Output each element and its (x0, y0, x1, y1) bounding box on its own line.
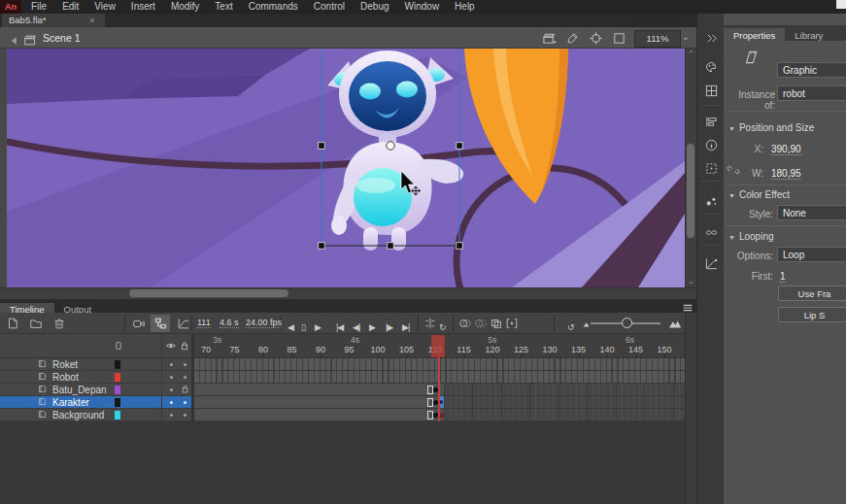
stage-vscroll-thumb[interactable] (687, 144, 694, 238)
new-layer-icon[interactable] (6, 317, 19, 330)
menu-commands[interactable]: Commands (241, 0, 306, 14)
layer-page-icon[interactable] (37, 396, 48, 407)
frame-rate-field[interactable]: 24.00 fps (246, 318, 282, 328)
graphic-symbol-icon[interactable] (742, 49, 760, 66)
instance-name-field[interactable]: robot (777, 85, 846, 101)
empty-frames[interactable] (444, 384, 685, 395)
layer-name[interactable]: Karakter (52, 397, 89, 408)
back-arrow-icon[interactable] (8, 34, 21, 48)
modify-markers-icon[interactable] (505, 317, 519, 330)
delete-layer-icon[interactable] (52, 317, 66, 330)
layer-row-karakter[interactable]: Karakter (0, 396, 191, 409)
menu-help[interactable]: Help (447, 0, 483, 14)
layer-page-icon[interactable] (37, 371, 48, 382)
menu-insert[interactable]: Insert (123, 0, 163, 14)
symbol-type-dropdown[interactable]: Graphic (777, 62, 846, 78)
scroll-down-icon[interactable]: ⌄ (688, 278, 694, 286)
lock-icon[interactable] (179, 340, 190, 352)
transform-point-handle[interactable] (387, 142, 394, 150)
back-arrow-icon[interactable] (8, 34, 21, 48)
lock-icon[interactable] (180, 384, 190, 394)
menu-text[interactable]: Text (207, 0, 240, 14)
onion-skin-icon[interactable] (458, 317, 472, 330)
onion-skin-outlines-icon[interactable] (474, 317, 488, 330)
layer-name[interactable]: Robot (52, 372, 79, 383)
w-value[interactable]: 180,95 (771, 168, 801, 180)
layer-lock-dot[interactable] (184, 363, 186, 366)
layer-outline-color-swatch[interactable] (115, 360, 120, 369)
close-document-icon[interactable]: × (85, 14, 99, 27)
layer-row-background[interactable]: Background (0, 409, 191, 421)
motion-editor-icon[interactable] (704, 256, 719, 271)
scroll-up-icon[interactable]: ⌃ (688, 50, 694, 58)
zoom-in-frames-icon[interactable] (668, 317, 682, 330)
align-icon[interactable] (704, 115, 719, 129)
layer-visibility-dot[interactable] (170, 376, 173, 379)
go-to-last-icon[interactable]: ▶| (402, 322, 409, 332)
stage-canvas[interactable] (7, 49, 685, 287)
info-icon[interactable] (704, 138, 719, 152)
step-back-icon[interactable]: ◀| (353, 322, 359, 332)
style-dropdown[interactable]: None (777, 205, 846, 220)
layer-lock-dot[interactable] (184, 414, 186, 417)
layer-outline-color-swatch[interactable] (115, 411, 120, 420)
center-frame-icon[interactable] (423, 317, 437, 330)
menu-file[interactable]: File (23, 0, 54, 14)
scene-breadcrumb[interactable]: Scene 1 (43, 32, 81, 44)
layer-row-roket[interactable]: Roket (0, 358, 191, 371)
first-frame-value[interactable]: 1 (780, 271, 786, 283)
layer-name[interactable]: Roket (52, 359, 78, 370)
use-frame-picker-button[interactable]: Use Fra (778, 286, 846, 301)
menu-view[interactable]: View (86, 0, 123, 14)
step-forward-icon[interactable]: |▶ (386, 322, 392, 332)
graph-view-icon[interactable] (177, 317, 190, 330)
reset-timeline-zoom-icon[interactable]: ↺ (567, 322, 574, 332)
menu-debug[interactable]: Debug (353, 0, 396, 14)
properties-tab-properties[interactable]: Properties (724, 28, 785, 44)
layer-parenting-icon[interactable] (153, 317, 167, 330)
menu-modify[interactable]: Modify (163, 0, 207, 14)
eye-icon[interactable] (165, 340, 177, 352)
swatches-icon[interactable] (704, 84, 719, 98)
cc-libraries-icon[interactable] (704, 225, 719, 240)
stage-horizontal-scrollbar[interactable] (0, 287, 696, 299)
edit-multiple-frames-icon[interactable] (490, 317, 503, 330)
layer-outline-color-swatch[interactable] (115, 386, 120, 394)
menu-window[interactable]: Window (397, 0, 448, 14)
empty-frames[interactable] (444, 396, 685, 408)
layer-row-batu_depan[interactable]: Batu_Depan (0, 384, 191, 396)
edit-scene-icon[interactable] (542, 31, 557, 46)
layer-page-icon[interactable] (37, 384, 48, 394)
layer-visibility-dot[interactable] (170, 363, 173, 366)
center-stage-icon[interactable] (589, 31, 603, 46)
layer-color-column-icon[interactable] (113, 340, 124, 352)
layer-page-icon[interactable] (37, 409, 48, 420)
transform-icon[interactable] (704, 161, 719, 176)
go-to-first-icon[interactable]: |◀ (336, 322, 343, 332)
properties-tab-library[interactable]: Library (785, 28, 832, 44)
edit-symbols-icon[interactable] (565, 31, 580, 46)
stage-hscroll-thumb[interactable] (129, 289, 288, 297)
brush-library-icon[interactable] (704, 194, 719, 209)
layer-visibility-dot[interactable] (170, 414, 173, 417)
layer-outline-color-swatch[interactable] (115, 373, 120, 382)
layer-name[interactable]: Batu_Depan (52, 385, 107, 395)
eye-icon[interactable] (165, 340, 177, 352)
window-button-partial[interactable] (836, 0, 846, 9)
loop-options-dropdown[interactable]: Loop (777, 247, 846, 262)
loop-playback-icon[interactable]: ↻ (439, 322, 446, 332)
lock-icon[interactable] (179, 340, 190, 352)
layer-row-robot[interactable]: Robot (0, 371, 191, 384)
color-icon[interactable] (704, 60, 719, 75)
collapse-panels-icon[interactable] (704, 31, 719, 46)
menu-edit[interactable]: Edit (54, 0, 86, 14)
color-effect-section-header[interactable]: ▼Color Effect (728, 189, 790, 200)
layer-lock-dot[interactable] (184, 401, 186, 404)
camera-icon[interactable] (132, 317, 146, 330)
stage-zoom-input[interactable]: 111% (634, 30, 681, 48)
chevron-down-icon[interactable]: ⌄ (682, 32, 690, 42)
clapperboard-icon[interactable] (23, 33, 37, 47)
stage-pasteboard[interactable] (0, 49, 696, 287)
menu-control[interactable]: Control (306, 0, 353, 14)
broken-link-icon[interactable] (727, 163, 740, 177)
